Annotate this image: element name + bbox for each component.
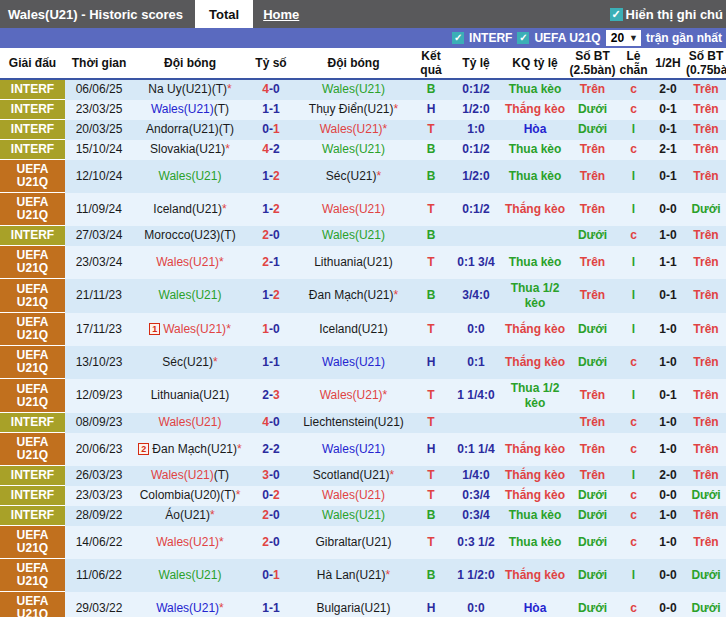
handicap-odds (450, 413, 502, 433)
odd-even: l (617, 193, 650, 226)
over-under-2-5: Dưới (568, 486, 617, 506)
away-team-cell: Wales(U21) (295, 433, 412, 466)
score-cell: 4-0 (247, 413, 295, 433)
half-time-score: 0-1 (650, 160, 686, 193)
odd-even: l (617, 466, 650, 486)
handicap-result: Thắng kèo (502, 100, 568, 120)
league-cell: INTERF (0, 100, 65, 120)
page-title: Wales(U21) - Historic scores (0, 0, 195, 28)
matches-count-select[interactable]: 20 ▼ (606, 30, 641, 46)
interf-checkbox[interactable]: ✓ (452, 32, 464, 44)
score-cell: 2-2 (247, 433, 295, 466)
match-row: UEFA U21Q11/09/24Iceland(U21)*1-2Wales(U… (0, 193, 726, 226)
away-team-cell: Bulgaria(U21) (295, 592, 412, 617)
away-score: 2 (273, 288, 280, 302)
handicap-odds: 1 1/4:0 (450, 379, 502, 413)
match-date: 23/03/25 (65, 100, 133, 120)
home-team-name: Wales(U21) (151, 102, 214, 116)
away-team-cell: Wales(U21) (295, 486, 412, 506)
home-score: 2 (262, 442, 269, 456)
match-row: INTERF20/03/25Andorra(U21)(T)0-1Wales(U2… (0, 120, 726, 140)
odd-even: l (617, 279, 650, 313)
home-team-star: * (222, 202, 227, 216)
home-team-name: Đan Mạch(U21) (152, 442, 237, 456)
score-cell: 2-0 (247, 526, 295, 559)
handicap-result: Thắng kèo (502, 486, 568, 506)
match-row: UEFA U21Q13/10/23Séc(U21)*1-1Wales(U21)H… (0, 346, 726, 379)
over-under-2-5: Dưới (568, 313, 617, 346)
home-team-star: * (225, 142, 230, 156)
result-letter: T (412, 379, 450, 413)
half-time-score: 1-0 (650, 433, 686, 466)
away-score: 2 (273, 142, 280, 156)
tab-total[interactable]: Total (195, 0, 253, 28)
match-date: 06/06/25 (65, 79, 133, 100)
away-team-cell: Wales(U21) (295, 506, 412, 526)
home-team-cell: Wales(U21)(T) (133, 466, 247, 486)
half-time-score: 1-0 (650, 413, 686, 433)
away-score: 1 (273, 355, 280, 369)
away-score: 2 (273, 442, 280, 456)
handicap-result: Hòa (502, 592, 568, 617)
home-score: 1 (262, 288, 269, 302)
away-team-star: * (383, 122, 388, 136)
half-time-score: 1-0 (650, 313, 686, 346)
match-date: 28/09/22 (65, 506, 133, 526)
league-cell: INTERF (0, 120, 65, 140)
over-under-0-75: Trên (686, 160, 726, 193)
home-team-name: Wales(U21) (163, 322, 226, 336)
home-team-cell: Wales(U21)* (133, 592, 247, 617)
away-team-cell: Lithuania(U21) (295, 246, 412, 279)
away-team-name: Wales(U21) (322, 488, 385, 502)
match-row: INTERF23/03/23Colombia(U20)(T)*0-2Wales(… (0, 486, 726, 506)
away-team-cell: Iceland(U21) (295, 313, 412, 346)
away-team-name: Wales(U21) (320, 122, 383, 136)
over-under-2-5: Trên (568, 140, 617, 160)
score-cell: 1-1 (247, 100, 295, 120)
home-team-name: Colombia(U20)(T) (140, 488, 236, 502)
handicap-odds: 0:1 (450, 346, 502, 379)
odd-even: c (617, 486, 650, 506)
over-under-0-75: Trên (686, 313, 726, 346)
handicap-result: Thắng kèo (502, 313, 568, 346)
over-under-0-75: Trên (686, 413, 726, 433)
home-team-star: * (213, 355, 218, 369)
home-score: 1 (262, 202, 269, 216)
over-under-2-5: Trên (568, 379, 617, 413)
title-bar: Wales(U21) - Historic scores Total Home … (0, 0, 726, 28)
handicap-odds: 0:1/2 (450, 79, 502, 100)
away-team-cell: Thụy Điển(U21)* (295, 100, 412, 120)
odd-even: c (617, 100, 650, 120)
score-cell: 1-2 (247, 279, 295, 313)
league-cell: UEFA U21Q (0, 433, 65, 466)
over-under-2-5: Dưới (568, 120, 617, 140)
odd-even: c (617, 526, 650, 559)
home-team-name: Iceland(U21) (153, 202, 222, 216)
odd-even: c (617, 413, 650, 433)
half-time-score: 0-0 (650, 193, 686, 226)
handicap-result: Thua kèo (502, 79, 568, 100)
over-under-2-5: Dưới (568, 506, 617, 526)
handicap-result (502, 413, 568, 433)
home-team-name: Wales(U21) (151, 468, 214, 482)
result-letter: T (412, 413, 450, 433)
show-notes-checkbox[interactable]: ✓ (610, 8, 623, 21)
match-date: 15/10/24 (65, 140, 133, 160)
handicap-result: Thắng kèo (502, 346, 568, 379)
match-date: 23/03/23 (65, 486, 133, 506)
away-team-star: * (394, 102, 399, 116)
odd-even: c (617, 79, 650, 100)
match-date: 20/03/25 (65, 120, 133, 140)
column-header-11: Số BT (0.75bàn) (686, 48, 726, 79)
away-team-cell: Hà Lan(U21)* (295, 559, 412, 592)
match-row: INTERF08/09/23Wales(U21)4-0Liechtenstein… (0, 413, 726, 433)
column-header-7: KQ tỷ lệ (502, 48, 568, 79)
odd-even: l (617, 160, 650, 193)
home-team-home-marker: (T) (214, 468, 229, 482)
away-score: 0 (273, 415, 280, 429)
over-under-2-5: Trên (568, 79, 617, 100)
tab-home[interactable]: Home (253, 0, 309, 28)
uefa-u21q-checkbox[interactable]: ✓ (517, 32, 529, 44)
home-team-name: Na Uy(U21)(T) (148, 82, 227, 96)
over-under-0-75: Dưới (686, 592, 726, 617)
